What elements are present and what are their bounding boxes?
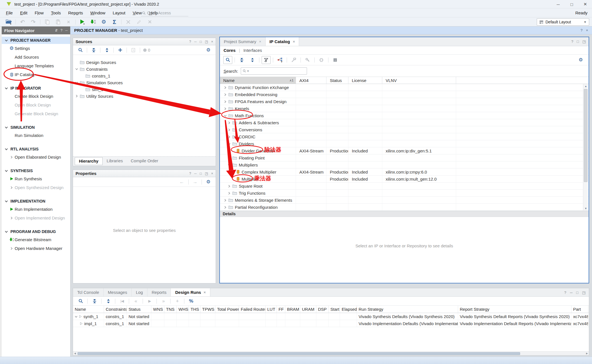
- catalog-row-divider-generator[interactable]: Divider GeneratorAXI4-StreamProductionIn…: [220, 147, 589, 154]
- close-panel-icon[interactable]: ×: [211, 172, 213, 176]
- menu-edit[interactable]: Edit: [16, 8, 31, 17]
- add-gray-button[interactable]: +: [173, 297, 182, 305]
- chevron-right-icon[interactable]: [224, 205, 227, 210]
- tab-hierarchy[interactable]: Hierarchy: [75, 157, 103, 165]
- source-tree-item-design-sources[interactable]: Design Sources: [73, 59, 216, 66]
- close-panel-icon[interactable]: ×: [211, 40, 213, 44]
- tab-messages[interactable]: Messages: [104, 288, 132, 296]
- collapse-all-button[interactable]: [89, 46, 98, 54]
- source-tree-item-constrs_1[interactable]: constrs_1: [73, 72, 216, 79]
- catalog-row-complex-multiplier[interactable]: Complex MultiplierAXI4-StreamProductionI…: [220, 168, 589, 176]
- catalog-row-partial-reconfiguration[interactable]: Partial Reconfiguration: [220, 204, 589, 211]
- source-tree-item-simulation-sources[interactable]: Simulation Sources: [73, 79, 216, 86]
- key-button[interactable]: [303, 56, 312, 64]
- menu-window[interactable]: Window: [87, 8, 109, 17]
- collapse-all-icon[interactable]: ⇵: [55, 28, 58, 32]
- float-panel-icon[interactable]: ◳: [205, 40, 208, 44]
- abort-button[interactable]: [145, 18, 154, 26]
- tab-design-runs[interactable]: Design Runs×: [171, 288, 210, 296]
- sidebar-section-header[interactable]: PROGRAM AND DEBUG: [2, 228, 70, 235]
- tab-log[interactable]: Log: [132, 288, 147, 296]
- chip-button[interactable]: [317, 56, 326, 64]
- chevron-down-icon[interactable]: [228, 141, 231, 146]
- collapse-all-button[interactable]: [237, 56, 246, 64]
- minimize-panel-icon[interactable]: ─: [65, 28, 68, 32]
- generate-bitstream-button[interactable]: 0110: [89, 18, 98, 26]
- pencil-button[interactable]: [134, 18, 143, 26]
- sidebar-item-run-implementation[interactable]: Run Implementation: [2, 205, 70, 214]
- column-header-total-power[interactable]: Total Power: [215, 306, 239, 313]
- expand-all-button[interactable]: [102, 46, 111, 54]
- column-header-name[interactable]: Name: [73, 306, 104, 313]
- help-icon[interactable]: ?: [189, 40, 191, 44]
- column-header-ff[interactable]: FF: [277, 306, 285, 313]
- column-header-lut[interactable]: LUT: [266, 306, 277, 313]
- chevron-down-icon[interactable]: [228, 163, 231, 167]
- menu-reports[interactable]: Reports: [65, 8, 87, 17]
- menu-flow[interactable]: Flow: [31, 8, 47, 17]
- column-header-part[interactable]: Part: [571, 306, 588, 313]
- sidebar-section-header[interactable]: SIMULATION: [2, 124, 70, 131]
- tab-tcl-console[interactable]: Tcl Console: [73, 288, 104, 296]
- chevron-right-icon[interactable]: [224, 106, 227, 111]
- step-next-button[interactable]: ▶: [145, 297, 154, 305]
- menu-tools[interactable]: Tools: [47, 8, 65, 17]
- sidebar-item-add-sources[interactable]: Add Sources: [2, 53, 70, 61]
- help-icon[interactable]: ?: [580, 28, 582, 32]
- column-header-name[interactable]: Name∧1: [220, 77, 296, 84]
- hierarchy-button[interactable]: [275, 56, 284, 64]
- undo-button[interactable]: ↶: [18, 18, 27, 26]
- gear-icon[interactable]: ⚙: [204, 178, 213, 186]
- chevron-right-icon[interactable]: [224, 198, 227, 203]
- column-header-elapsed[interactable]: Elapsed: [340, 306, 357, 313]
- catalog-row-cordic[interactable]: CORDIC: [220, 133, 589, 140]
- wrench-button[interactable]: [289, 56, 298, 64]
- open-project-button[interactable]: [4, 18, 13, 26]
- paste-button[interactable]: [53, 18, 62, 26]
- copy-button[interactable]: [43, 18, 52, 26]
- catalog-row-floating-point[interactable]: Floating Point: [220, 154, 589, 161]
- menu-layout[interactable]: Layout: [109, 8, 129, 17]
- catalog-row-square-root[interactable]: Square Root: [220, 183, 589, 190]
- catalog-row-dividers[interactable]: Dividers: [220, 140, 589, 147]
- scroll-right-icon[interactable]: ▶: [585, 352, 589, 355]
- float-panel-icon[interactable]: ◳: [582, 39, 586, 44]
- collapse-all-button[interactable]: [90, 297, 99, 305]
- minimize-panel-icon[interactable]: ─: [194, 172, 197, 176]
- sidebar-section-header[interactable]: PROJECT MANAGER: [2, 37, 70, 44]
- cancel-button[interactable]: [124, 18, 133, 26]
- column-header-axi4[interactable]: AXI4: [296, 77, 326, 84]
- design-run-row-impl_1[interactable]: impl_1constrs_1Not startedVivado Impleme…: [73, 320, 589, 327]
- close-context-icon[interactable]: ×: [586, 28, 588, 32]
- chevron-down-icon[interactable]: [75, 81, 78, 84]
- chevron-right-icon[interactable]: [224, 92, 227, 97]
- catalog-row-adders-subtracters[interactable]: Adders & Subtracters: [220, 119, 589, 126]
- column-header-license[interactable]: License: [348, 77, 382, 84]
- catalog-row-memories-storage-elements[interactable]: Memories & Storage Elements: [220, 197, 589, 204]
- sidebar-item-open-block-design[interactable]: Open Block Design: [2, 101, 70, 109]
- column-header-failed-routes[interactable]: Failed Routes: [239, 306, 266, 313]
- chevron-down-icon[interactable]: [75, 68, 78, 70]
- sidebar-section-header[interactable]: IMPLEMENTATION: [2, 197, 70, 205]
- chevron-right-icon[interactable]: [228, 191, 231, 196]
- back-arrow-icon[interactable]: ←: [177, 178, 186, 186]
- gear-button[interactable]: ⚙: [204, 46, 213, 54]
- delete-button[interactable]: ×: [64, 18, 73, 26]
- float-panel-icon[interactable]: ◳: [582, 290, 586, 295]
- catalog-row-dynamic-function-exchange[interactable]: Dynamic Function eXchange: [220, 84, 589, 91]
- layout-selector[interactable]: Default Layout ▼: [537, 18, 589, 26]
- column-header-vlnv[interactable]: VLNV: [382, 77, 456, 84]
- catalog-row-fpga-features-and-design[interactable]: FPGA Features and Design: [220, 98, 589, 105]
- scrollbar-thumb[interactable]: [584, 89, 587, 182]
- help-icon[interactable]: ?: [571, 39, 573, 44]
- column-header-constraints[interactable]: Constraints: [104, 306, 127, 313]
- float-panel-icon[interactable]: ◳: [205, 172, 208, 176]
- column-header-status[interactable]: Status: [127, 306, 151, 313]
- column-header-dsp[interactable]: DSP: [316, 306, 329, 313]
- catalog-row-trig-functions[interactable]: Trig Functions: [220, 190, 589, 197]
- minimize-icon[interactable]: ─: [551, 0, 565, 8]
- chevron-down-icon[interactable]: [224, 113, 227, 118]
- expand-all-button[interactable]: [104, 297, 113, 305]
- chevron-down-icon[interactable]: [75, 314, 78, 319]
- maximize-panel-icon[interactable]: □: [577, 39, 579, 44]
